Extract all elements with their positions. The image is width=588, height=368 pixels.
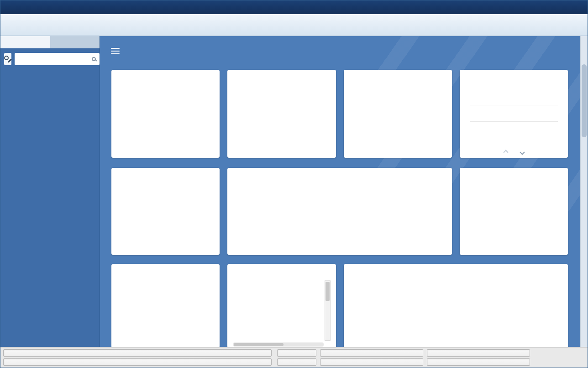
bp-table-wrap <box>233 280 324 341</box>
sidebar-tabs <box>0 36 100 48</box>
recent-pager <box>460 150 568 154</box>
status-date-field <box>277 349 316 357</box>
search-icon <box>92 57 96 61</box>
tab-drag-and-relate[interactable] <box>50 36 100 48</box>
sidebar <box>0 36 100 347</box>
status-message-field <box>3 358 272 366</box>
recent-updates-list <box>460 89 568 122</box>
main-toolbar <box>0 14 588 36</box>
recent-update-item <box>460 105 568 122</box>
chart-box-pie <box>464 183 563 251</box>
scrollbar-thumb[interactable] <box>582 64 587 137</box>
tab-modules[interactable] <box>0 36 50 48</box>
chart-card-pie <box>460 168 568 255</box>
table-vertical-scrollbar[interactable] <box>325 280 331 341</box>
kpi-card-total-payable <box>227 70 336 158</box>
status-message-field <box>3 349 272 357</box>
chart-box-advdb <box>348 279 563 345</box>
chart-card-colimuline <box>111 264 220 347</box>
kpi-card-grpo-not-invoiced <box>344 70 452 158</box>
status-bar <box>0 347 588 368</box>
kpi-card-total-purchase <box>111 70 220 158</box>
menu-search-box <box>15 53 100 65</box>
chart-card-line <box>227 168 452 255</box>
sap-business-one-logo <box>580 349 581 351</box>
chevron-up-icon[interactable] <box>503 150 508 155</box>
menu-search-input[interactable] <box>18 56 89 62</box>
chart-card-normal <box>111 168 220 255</box>
app-window <box>0 0 588 368</box>
table-horizontal-scrollbar[interactable] <box>233 342 324 347</box>
dashboard <box>100 36 580 347</box>
status-field <box>427 358 530 366</box>
status-time-field <box>277 358 316 366</box>
chart-box-normal <box>116 183 215 251</box>
widget-menu-icon[interactable] <box>111 46 120 56</box>
chart-box-line <box>232 183 447 251</box>
wrench-icon <box>4 56 11 63</box>
chevron-down-icon[interactable] <box>520 150 525 155</box>
status-field <box>320 358 423 366</box>
main-vertical-scrollbar[interactable] <box>580 36 588 347</box>
chart-box-colimuline <box>116 279 215 345</box>
chart-card-advdb <box>344 264 568 347</box>
customize-menu-button[interactable] <box>4 53 11 65</box>
recent-updates-card <box>460 70 568 158</box>
sidebar-search-row <box>0 48 100 69</box>
status-field <box>427 349 530 357</box>
status-field <box>320 349 423 357</box>
recent-update-item <box>460 89 568 105</box>
table-card <box>227 264 336 347</box>
title-bar <box>0 0 588 14</box>
